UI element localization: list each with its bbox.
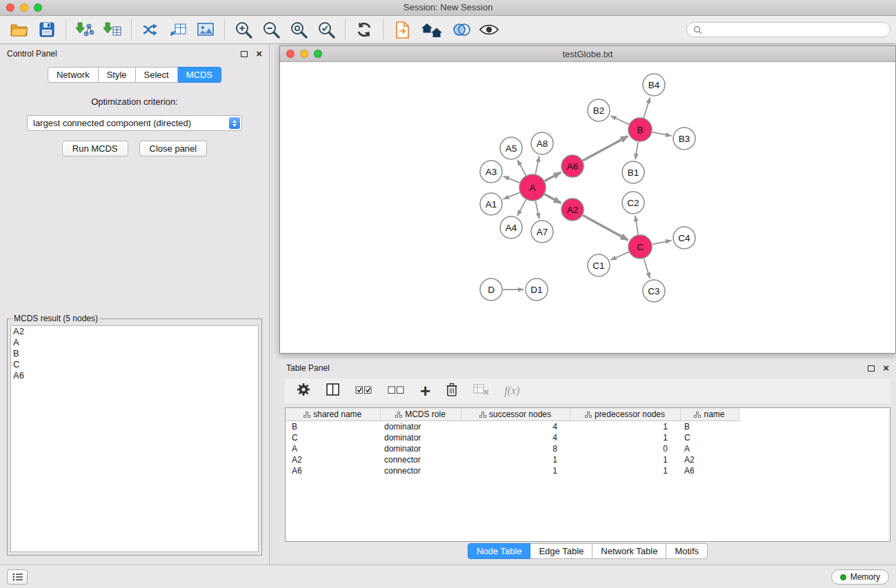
result-item[interactable]: A2 — [11, 326, 258, 337]
optimization-dropdown[interactable]: largest connected component (directed) — [27, 115, 242, 131]
compare-sets-button[interactable] — [448, 18, 475, 41]
graph-edge-A-A3[interactable] — [504, 176, 520, 183]
network-table-button[interactable] — [164, 18, 192, 41]
import-network-button[interactable] — [71, 18, 99, 41]
graph-node-A8[interactable]: A8 — [531, 132, 553, 154]
column-header-successor-nodes[interactable]: successor nodes — [461, 408, 570, 421]
graph-node-A4[interactable]: A4 — [500, 216, 522, 239]
save-session-button[interactable] — [33, 18, 61, 41]
graph-edge-C-C3[interactable] — [644, 258, 650, 278]
graph-edge-A-A1[interactable] — [504, 192, 520, 199]
tab-node-table[interactable]: Node Table — [468, 543, 531, 559]
close-window-button[interactable] — [6, 3, 14, 12]
column-header-predecessor-nodes[interactable]: predecessor nodes — [570, 408, 680, 421]
network-canvas[interactable]: B4B2BB3A5A8A6A3B1AC2A1A2A4A7C4CC1C3DD1 — [280, 62, 895, 353]
graph-node-A6[interactable]: A6 — [561, 155, 584, 177]
graph-node-C1[interactable]: C1 — [588, 254, 610, 276]
float-panel-icon[interactable] — [241, 51, 248, 57]
graph-edge-A-A2[interactable] — [545, 194, 561, 203]
close-table-panel-icon[interactable]: × — [883, 364, 889, 372]
table-row[interactable]: Adominator80A — [286, 443, 890, 454]
tab-select[interactable]: Select — [136, 67, 178, 83]
graph-edge-C-C1[interactable] — [610, 252, 628, 260]
graph-node-A[interactable]: A — [519, 174, 546, 201]
zoom-view-button[interactable] — [314, 50, 322, 58]
refresh-button[interactable] — [350, 18, 378, 41]
graph-edge-C-C4[interactable] — [653, 241, 672, 245]
graph-node-D1[interactable]: D1 — [526, 278, 548, 301]
table-row[interactable]: A2connector11A2 — [286, 454, 890, 465]
add-column-button[interactable]: + — [420, 385, 430, 397]
graph-edge-A6-B[interactable] — [583, 136, 628, 161]
graph-node-C3[interactable]: C3 — [643, 280, 665, 302]
memory-button[interactable]: Memory — [831, 569, 889, 585]
graph-node-A7[interactable]: A7 — [531, 221, 553, 243]
delete-table-button[interactable] — [473, 383, 489, 398]
zoom-fit-button[interactable] — [285, 18, 312, 41]
import-table-button[interactable] — [99, 18, 126, 41]
show-hide-button[interactable] — [475, 18, 503, 41]
search-input[interactable] — [706, 24, 884, 35]
graph-edge-A-A6[interactable] — [545, 172, 561, 181]
search-box[interactable] — [686, 22, 890, 37]
table-settings-button[interactable] — [296, 382, 311, 400]
open-session-button[interactable] — [6, 18, 33, 41]
mcds-result-list[interactable]: A2ABCA6 — [10, 325, 259, 552]
graph-edge-A2-C[interactable] — [583, 215, 628, 240]
result-item[interactable]: B — [11, 348, 258, 359]
graph-node-D[interactable]: D — [480, 278, 502, 301]
minimize-window-button[interactable] — [20, 3, 28, 12]
graph-edge-A-A7[interactable] — [535, 201, 539, 219]
tab-network-table[interactable]: Network Table — [593, 543, 666, 559]
network-arrows-button[interactable] — [137, 18, 164, 41]
table-row[interactable]: A6connector11A6 — [286, 465, 890, 476]
open-document-button[interactable] — [388, 18, 416, 41]
close-panel-button[interactable]: Close panel — [139, 141, 208, 156]
table-row[interactable]: Cdominator41C — [286, 432, 890, 443]
show-columns-button[interactable] — [326, 383, 340, 399]
select-all-button[interactable] — [355, 383, 372, 398]
delete-column-button[interactable] — [446, 382, 458, 400]
task-history-button[interactable] — [7, 569, 28, 585]
graph-edge-B-B1[interactable] — [635, 142, 638, 159]
graph-node-A1[interactable]: A1 — [480, 193, 502, 215]
graph-node-B[interactable]: B — [628, 118, 652, 141]
deselect-all-button[interactable] — [388, 383, 405, 398]
graph-node-A2[interactable]: A2 — [561, 199, 584, 221]
result-item[interactable]: C — [11, 359, 258, 370]
column-header-name[interactable]: name — [680, 408, 739, 421]
graph-edge-A-A5[interactable] — [517, 160, 526, 176]
zoom-selected-button[interactable] — [312, 18, 340, 41]
table-row[interactable]: Bdominator41B — [286, 421, 890, 433]
graph-node-C[interactable]: C — [628, 235, 652, 258]
graph-node-C4[interactable]: C4 — [673, 227, 695, 249]
result-item[interactable]: A6 — [11, 370, 258, 381]
tab-network[interactable]: Network — [48, 67, 99, 83]
zoom-out-button[interactable] — [257, 18, 285, 41]
tab-edge-table[interactable]: Edge Table — [530, 543, 593, 559]
minimize-view-button[interactable] — [300, 50, 308, 58]
graph-edge-A-A8[interactable] — [535, 156, 539, 174]
graph-edge-B-B4[interactable] — [644, 97, 650, 118]
result-item[interactable]: A — [11, 337, 258, 348]
column-header-shared-name[interactable]: shared name — [286, 408, 380, 421]
graph-node-B4[interactable]: B4 — [643, 74, 665, 96]
graph-edge-B-B3[interactable] — [653, 132, 672, 136]
export-image-button[interactable] — [192, 18, 219, 41]
column-header-MCDS-role[interactable]: MCDS role — [380, 408, 461, 421]
tab-motifs[interactable]: Motifs — [666, 543, 708, 559]
graph-edge-A-A4[interactable] — [517, 200, 526, 216]
graph-node-A3[interactable]: A3 — [480, 161, 502, 183]
zoom-window-button[interactable] — [34, 3, 42, 12]
graph-node-C2[interactable]: C2 — [622, 192, 644, 214]
graph-edge-C-C2[interactable] — [635, 216, 638, 234]
function-builder-button[interactable]: f(x) — [504, 385, 519, 397]
home-button[interactable] — [416, 18, 448, 41]
float-table-panel-icon[interactable] — [868, 365, 875, 372]
node-table[interactable]: shared nameMCDS rolesuccessor nodesprede… — [285, 407, 890, 542]
tab-style[interactable]: Style — [99, 67, 136, 83]
graph-edge-B-B2[interactable] — [610, 116, 629, 124]
close-view-button[interactable] — [286, 50, 295, 58]
graph-node-B3[interactable]: B3 — [673, 128, 695, 150]
graph-node-B2[interactable]: B2 — [588, 99, 610, 121]
